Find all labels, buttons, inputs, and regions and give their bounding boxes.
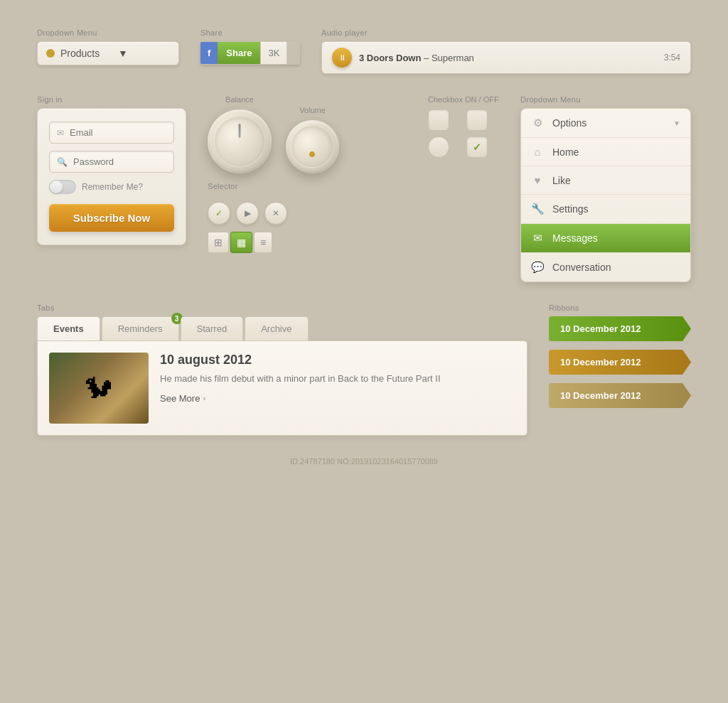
dropdown-menu-widget: Dropdown Menu ⚙ Options ▼ ⌂ Home ♥ Like xyxy=(520,95,691,282)
lock-icon: 🔍 xyxy=(57,157,68,167)
menu-like-label: Like xyxy=(552,175,571,186)
bottom-row: Tabs Events Reminders 3 Starred Archive xyxy=(37,304,691,436)
menu-item-home[interactable]: ⌂ Home xyxy=(521,138,690,166)
ribbon-3: 10 December 2012 xyxy=(549,383,691,408)
selector-check-btn[interactable]: ✓ xyxy=(208,202,230,225)
audio-song: Superman xyxy=(432,53,474,63)
pause-icon: ⏸ xyxy=(338,53,346,62)
email-field[interactable] xyxy=(70,127,166,138)
menu-settings-label: Settings xyxy=(552,203,589,215)
menu-options-label: Options xyxy=(552,117,587,129)
grid-large-btn[interactable]: ▦ xyxy=(230,232,252,253)
remember-row: Remember Me? xyxy=(49,180,174,194)
tab-archive[interactable]: Archive xyxy=(245,316,308,340)
dropdown-bullet-icon xyxy=(46,49,55,58)
event-card: 🐿 10 august 2012 He made his film debut … xyxy=(49,353,515,424)
ribbon-2: 10 December 2012 xyxy=(549,350,691,375)
see-more-link[interactable]: See More › xyxy=(160,393,515,404)
ribbons-label: Ribbons xyxy=(549,304,691,312)
menu-item-options[interactable]: ⚙ Options ▼ xyxy=(521,109,690,138)
remember-label: Remember Me? xyxy=(82,182,143,192)
gear-icon: ⚙ xyxy=(531,117,544,129)
menu-conversation-label: Conversation xyxy=(552,262,611,273)
chevron-right-icon: ▼ xyxy=(673,119,680,127)
tab-reminders[interactable]: Reminders 3 xyxy=(102,316,179,340)
checkbox-1[interactable] xyxy=(428,109,449,131)
dropdown-top-value: Products xyxy=(60,48,112,59)
tabs-header: Events Reminders 3 Starred Archive xyxy=(37,316,528,340)
menu-item-settings[interactable]: 🔧 Settings xyxy=(521,195,690,224)
check-icon: ✓ xyxy=(215,208,223,218)
dropdown-menu-box: ⚙ Options ▼ ⌂ Home ♥ Like 🔧 Settings xyxy=(520,108,691,282)
checkbox-2[interactable] xyxy=(466,109,488,131)
audio-label: Audio player xyxy=(321,28,691,37)
chevron-right-icon: › xyxy=(203,394,205,402)
facebook-icon: f xyxy=(200,42,218,64)
selector-label: Selector xyxy=(208,182,407,190)
share-button-group[interactable]: f Share 3K xyxy=(200,41,300,65)
grid-small-btn[interactable]: ⊞ xyxy=(208,232,229,253)
subscribe-button[interactable]: Subscribe Now xyxy=(49,204,174,232)
menu-item-like[interactable]: ♥ Like xyxy=(521,166,690,195)
balance-knob[interactable] xyxy=(208,109,272,173)
dropdown-top-select[interactable]: Products ▼ xyxy=(37,41,179,65)
check-mark-icon: ✓ xyxy=(473,141,481,153)
ribbons-list: 10 December 2012 10 December 2012 10 Dec… xyxy=(549,316,691,408)
grid-btns-row: ⊞ ▦ ≡ xyxy=(208,232,407,253)
signin-label: Sign in xyxy=(37,95,186,104)
ribbons-widget: Ribbons 10 December 2012 10 December 201… xyxy=(549,304,691,408)
tab-starred[interactable]: Starred xyxy=(181,316,244,340)
knobs-row: Balance Volume xyxy=(208,95,407,173)
event-date: 10 august 2012 xyxy=(160,353,515,367)
email-input-row: ✉ xyxy=(49,122,174,144)
audio-player: ⏸ 3 Doors Down – Superman 3:54 xyxy=(321,41,691,74)
share-button-label[interactable]: Share xyxy=(218,42,260,64)
event-info: 10 august 2012 He made his film debut wi… xyxy=(160,353,515,404)
menu-item-messages[interactable]: ✉ Messages xyxy=(521,224,690,253)
page-wrapper: Dropdown Menu Products ▼ Share f Share 3… xyxy=(23,14,705,480)
volume-label: Volume xyxy=(286,106,339,114)
signin-box: ✉ 🔍 Remember Me? Subscribe Now xyxy=(37,108,186,245)
pause-button[interactable]: ⏸ xyxy=(332,48,352,68)
radio-1[interactable] xyxy=(428,136,449,158)
tabs-label: Tabs xyxy=(37,304,528,312)
audio-track-info: 3 Doors Down – Superman xyxy=(359,53,657,63)
dropdown-top-label: Dropdown Menu xyxy=(37,28,179,37)
volume-dot xyxy=(309,151,315,157)
password-input-row: 🔍 xyxy=(49,151,174,173)
wrench-icon: 🔧 xyxy=(531,203,544,215)
selector-play-btn[interactable]: ▶ xyxy=(236,202,259,225)
mail-icon: ✉ xyxy=(531,232,544,245)
tab-events[interactable]: Events xyxy=(37,316,100,340)
ribbon-1: 10 December 2012 xyxy=(549,316,691,341)
share-count: 3K xyxy=(260,41,287,65)
menu-item-conversation[interactable]: 💬 Conversation xyxy=(521,253,690,281)
remember-toggle[interactable] xyxy=(49,180,76,194)
home-icon: ⌂ xyxy=(531,146,544,158)
dropdown-menu-label: Dropdown Menu xyxy=(520,95,691,104)
menu-messages-label: Messages xyxy=(552,232,598,244)
checkbox-3[interactable]: ✓ xyxy=(466,136,488,158)
chevron-down-icon: ▼ xyxy=(118,48,170,59)
event-description: He made his film debut with a minor part… xyxy=(160,372,515,386)
balance-knob-group: Balance xyxy=(208,95,272,173)
volume-knob-inner xyxy=(291,126,333,167)
menu-home-label: Home xyxy=(552,146,579,158)
selector-close-btn[interactable]: ✕ xyxy=(264,202,287,225)
list-btn[interactable]: ≡ xyxy=(254,232,272,253)
email-icon: ✉ xyxy=(57,128,64,138)
volume-knob[interactable] xyxy=(286,120,339,173)
tab-content: 🐿 10 august 2012 He made his film debut … xyxy=(37,340,528,436)
heart-icon: ♥ xyxy=(531,174,544,186)
password-field[interactable] xyxy=(73,156,166,167)
top-row: Dropdown Menu Products ▼ Share f Share 3… xyxy=(37,28,691,74)
play-icon: ▶ xyxy=(245,208,251,218)
audio-widget: Audio player ⏸ 3 Doors Down – Superman 3… xyxy=(321,28,691,74)
event-image: 🐿 xyxy=(49,353,149,424)
watermark: ID:24787180 NO:20191023164015770089 xyxy=(37,457,691,466)
close-icon: ✕ xyxy=(272,208,279,218)
audio-time: 3:54 xyxy=(664,53,680,63)
audio-artist: 3 Doors Down xyxy=(359,53,421,63)
checkbox-section: Checkbox ON / OFF ✓ xyxy=(428,95,499,158)
knobs-section: Balance Volume xyxy=(208,95,407,253)
